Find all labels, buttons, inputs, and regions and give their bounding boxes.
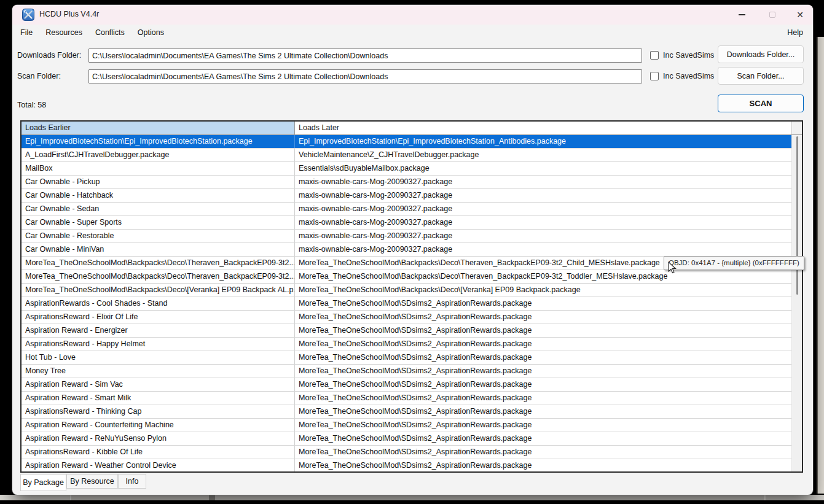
window-title: HCDU Plus V4.4r [39,10,99,18]
minimize-icon [739,14,745,15]
cell-loads-later: MoreTea_TheOneSchoolMod\SDsims2_Aspirati… [295,338,791,351]
tab-by-package[interactable]: By Package [20,474,66,491]
cell-loads-later: MoreTea_TheOneSchoolMod\SDsims2_Aspirati… [295,432,791,445]
cell-loads-earlier: Money Tree [22,365,295,378]
table-row[interactable]: Car Ownable - Sedanmaxis-ownable-cars-Mo… [22,203,791,216]
cell-loads-earlier: Car Ownable - Sedan [22,203,295,215]
table-row[interactable]: AspirationsReward - Happy HelmetMoreTea_… [22,338,791,351]
cell-loads-earlier: A_LoadFirst\CJHTravelDebugger.package [22,149,295,161]
cell-loads-earlier: AspirationsReward - Happy Helmet [22,338,295,351]
background-window-edge-bottom [0,495,824,500]
cell-loads-later: MoreTea_TheOneSchoolMod\SDsims2_Aspirati… [295,297,791,310]
scan-inc-savedsims-label: Inc SavedSims [663,72,714,80]
cell-loads-later: MoreTea_TheOneSchoolMod\SDsims2_Aspirati… [295,459,791,471]
table-body: Epi_ImprovedBiotechStation\Epi_ImprovedB… [22,135,791,471]
table-row[interactable]: Hot Tub - LoveMoreTea_TheOneSchoolMod\SD… [22,351,791,365]
cell-loads-later: MoreTea_TheOneSchoolMod\SDsims2_Aspirati… [295,324,791,337]
table-row[interactable]: MailBoxEssentials\sdBuyableMailbox.packa… [22,162,791,176]
tab-by-resource[interactable]: By Resource [66,474,118,489]
column-header-loads-later[interactable]: Loads Later [295,122,792,134]
table-row[interactable]: AspirationsReward - Elixir Of LifeMoreTe… [22,311,791,324]
table-row[interactable]: MoreTea_TheOneSchoolMod\Backpacks\Deco\[… [22,284,791,297]
cell-loads-later: MoreTea_TheOneSchoolMod\SDsims2_Aspirati… [295,311,791,324]
tooltip: OBJD: 0x41A7 - {multiple} (0xFFFFFFFF) [664,256,804,270]
close-button[interactable]: ✕ [788,5,812,25]
cell-loads-later: maxis-ownable-cars-Mog-20090327.package [295,203,791,215]
downloads-folder-button[interactable]: Downloads Folder... [718,45,804,63]
cell-loads-earlier: MoreTea_TheOneSchoolMod\Backpacks\Deco\[… [22,284,295,297]
cell-loads-later: Essentials\sdBuyableMailbox.package [295,162,791,175]
table-row[interactable]: AspirationsReward - Kibble Of LifeMoreTe… [22,446,791,459]
title-bar[interactable]: HCDU Plus V4.4r ✕ [12,5,813,25]
cell-loads-later: MoreTea_TheOneSchoolMod\SDsims2_Aspirati… [295,392,791,405]
menu-options[interactable]: Options [138,28,164,37]
cell-loads-earlier: Aspiration Reward - Energizer [22,324,295,337]
downloads-inc-savedsims-label: Inc SavedSims [663,51,714,60]
scan-inc-savedsims-checkbox[interactable] [650,72,659,80]
cell-loads-earlier: MailBox [22,162,295,175]
column-header-loads-earlier[interactable]: Loads Earlier [22,122,295,134]
table-row[interactable]: AspirationsReward - Thinking CapMoreTea_… [22,405,791,419]
maximize-button[interactable] [760,5,785,25]
downloads-folder-input[interactable] [88,48,642,63]
cell-loads-earlier: Car Ownable - Pickup [22,176,295,188]
table-row[interactable]: Aspiration Reward - Counterfeiting Machi… [22,419,791,432]
cell-loads-later: MoreTea_TheOneSchoolMod\SDsims2_Aspirati… [295,446,791,459]
cell-loads-earlier: Aspiration Reward - Sim Vac [22,378,295,391]
downloads-folder-label: Downloads Folder: [17,51,81,60]
menu-file[interactable]: File [20,28,33,37]
vertical-scrollbar[interactable] [791,135,802,471]
cell-loads-earlier: Hot Tub - Love [22,351,295,364]
menu-resources[interactable]: Resources [45,28,82,37]
cell-loads-earlier: AspirationRewards - Cool Shades - Stand [22,297,295,310]
table-row[interactable]: Epi_ImprovedBiotechStation\Epi_ImprovedB… [22,135,791,149]
table-row[interactable]: A_LoadFirst\CJHTravelDebugger.packageVeh… [22,149,791,162]
column-header-scrollbar-spacer [792,122,802,134]
background-edge-notch [209,495,215,500]
table-row[interactable]: Aspiration Reward - Sim VacMoreTea_TheOn… [22,378,791,392]
cell-loads-later: MoreTea_TheOneSchoolMod\SDsims2_Aspirati… [295,378,791,391]
table-row[interactable]: Car Ownable - Restorablemaxis-ownable-ca… [22,230,791,243]
table-header: Loads Earlier Loads Later [22,122,802,135]
table-row[interactable]: Car Ownable - Super Sportsmaxis-ownable-… [22,216,791,230]
cell-loads-earlier: AspirationsReward - Thinking Cap [22,405,295,418]
downloads-inc-savedsims-checkbox[interactable] [650,51,659,60]
table-row[interactable]: Car Ownable - MiniVanmaxis-ownable-cars-… [22,243,791,257]
cell-loads-later: MoreTea_TheOneSchoolMod\SDsims2_Aspirati… [295,365,791,378]
scan-folder-button[interactable]: Scan Folder... [718,67,804,85]
cell-loads-later: VehicleMaintenance\Z_CJHTravelDebugger.p… [295,149,791,161]
table-row[interactable]: Car Ownable - Hatchbackmaxis-ownable-car… [22,189,791,203]
cell-loads-later: maxis-ownable-cars-Mog-20090327.package [295,230,791,242]
cell-loads-later: maxis-ownable-cars-Mog-20090327.package [295,216,791,229]
scan-button[interactable]: SCAN [718,95,804,112]
cell-loads-later: maxis-ownable-cars-Mog-20090327.package [295,189,791,202]
scrollbar-thumb[interactable] [796,136,798,295]
menu-conflicts[interactable]: Conflicts [95,28,125,37]
total-count-label: Total: 58 [17,101,46,109]
scan-folder-input[interactable] [88,69,642,83]
cell-loads-later: MoreTea_TheOneSchoolMod\Backpacks\Deco\T… [295,270,791,283]
maximize-icon [769,12,775,18]
tab-info[interactable]: Info [118,474,146,489]
cell-loads-earlier: Car Ownable - Restorable [22,230,295,242]
cell-loads-earlier: Aspiration Reward - ReNuYuSenso Pylon [22,432,295,445]
table-row[interactable]: AspirationRewards - Cool Shades - StandM… [22,297,791,311]
table-row[interactable]: Money TreeMoreTea_TheOneSchoolMod\SDsims… [22,365,791,378]
table-row[interactable]: Aspiration Reward - EnergizerMoreTea_The… [22,324,791,338]
cell-loads-later: MoreTea_TheOneSchoolMod\SDsims2_Aspirati… [295,419,791,432]
menu-help[interactable]: Help [787,28,803,37]
background-edge-divider [764,495,766,500]
cell-loads-earlier: Car Ownable - MiniVan [22,243,295,256]
cell-loads-earlier: MoreTea_TheOneSchoolMod\Backpacks\Deco\T… [22,257,295,269]
cell-loads-later: MoreTea_TheOneSchoolMod\SDsims2_Aspirati… [295,405,791,418]
cell-loads-earlier: Aspiration Reward - Weather Control Devi… [22,459,295,471]
table-row[interactable]: Aspiration Reward - Weather Control Devi… [22,459,791,471]
table-row[interactable]: Car Ownable - Pickupmaxis-ownable-cars-M… [22,176,791,189]
menu-bar: File Resources Conflicts Options Help [12,25,813,41]
table-row[interactable]: Aspiration Reward - Smart MilkMoreTea_Th… [22,392,791,405]
app-icon [22,9,34,21]
minimize-button[interactable] [729,5,754,25]
table-row[interactable]: Aspiration Reward - ReNuYuSenso PylonMor… [22,432,791,446]
app-window: HCDU Plus V4.4r ✕ File Resources Conflic… [12,5,813,495]
cell-loads-earlier: Aspiration Reward - Smart Milk [22,392,295,405]
